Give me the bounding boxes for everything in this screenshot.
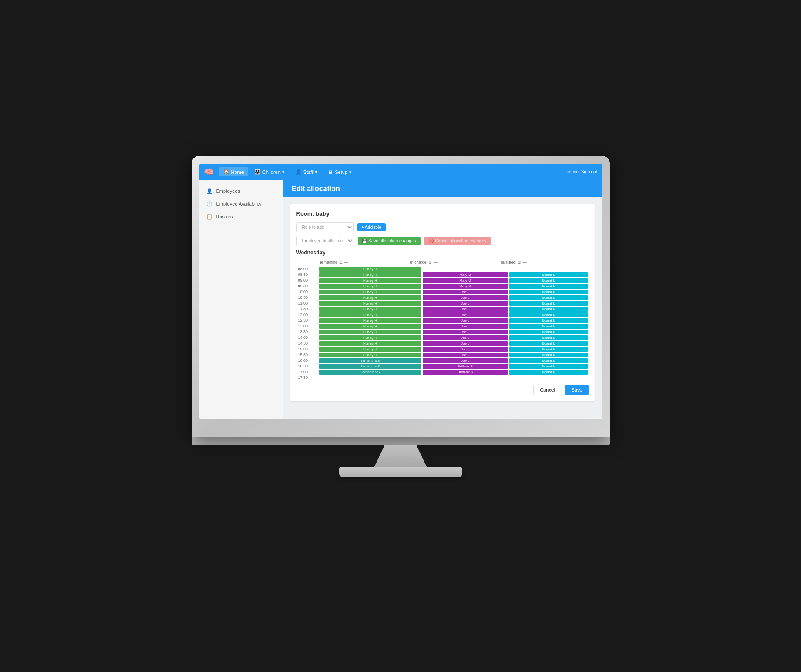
sidebar-item-employee-availability[interactable]: 🕐 Employee Availability <box>199 198 283 210</box>
schedule-cell: Noami N <box>509 335 589 341</box>
setup-dropdown-icon: ▾ <box>349 169 352 175</box>
time-cell: 10:00 <box>296 289 318 295</box>
role-to-add-select[interactable]: Role to add <box>296 222 354 232</box>
time-cell: 09:30 <box>296 283 318 289</box>
main-content: Edit allocation Room: baby Role to add <box>283 180 602 419</box>
schedule-cell: Hurley H <box>318 301 422 306</box>
sign-out-link[interactable]: Sign out <box>581 169 598 174</box>
navbar: 🧠 🏠 Home 👨‍👩‍👧 Children ▾ 👤 Sta <box>199 164 602 180</box>
schedule-cell: Noami N <box>509 312 589 318</box>
children-icon: 👨‍👩‍👧 <box>255 169 261 175</box>
allocation-card: Room: baby Role to add + Add role <box>290 204 595 401</box>
qualified-header: qualified (1) — <box>499 259 588 265</box>
schedule-cell: Joe J <box>422 341 509 346</box>
time-cell: 13:30 <box>296 329 318 335</box>
brand-icon: 🧠 <box>204 167 214 177</box>
schedule-cell: Mary M <box>422 278 509 283</box>
clock-icon: 🕐 <box>207 201 213 207</box>
schedule-cell: Joe J <box>422 295 509 301</box>
schedule-cell: Joe J <box>422 358 509 364</box>
time-column <box>296 259 318 266</box>
schedule-cell: Noami N <box>509 318 589 323</box>
add-role-button[interactable]: + Add role <box>357 223 386 231</box>
time-cell: 11:30 <box>296 306 318 312</box>
home-icon: 🏠 <box>223 169 229 175</box>
cancel-allocation-button[interactable]: 🚫 Cancel allocation changes <box>424 237 491 245</box>
schedule-cell: Brittany B <box>422 364 509 369</box>
schedule-cell: Noami N <box>509 306 589 312</box>
schedule-cell: Joe J <box>422 335 509 341</box>
schedule-cell: Samantha S <box>318 369 422 375</box>
nav-user-area: admin Sign out <box>567 169 598 174</box>
time-cell: 08:30 <box>296 272 318 278</box>
page-title: Edit allocation <box>292 185 340 192</box>
setup-icon: 🖥 <box>328 169 333 175</box>
app-container: 🧠 🏠 Home 👨‍👩‍👧 Children ▾ 👤 Sta <box>199 164 602 419</box>
schedule-cell: Samantha S <box>318 358 422 364</box>
schedule-cell: Hurley H <box>318 318 422 323</box>
sidebar-availability-label: Employee Availability <box>216 201 262 206</box>
schedule-cell: Brittany B <box>422 369 509 375</box>
day-label: Wednesday <box>296 250 589 256</box>
time-cell: 13:00 <box>296 323 318 329</box>
schedule-cell: Hurley H <box>318 335 422 341</box>
time-cell: 12:00 <box>296 312 318 318</box>
schedule-cell: Joe J <box>422 312 509 318</box>
schedule-cell: Noami N <box>509 295 589 301</box>
person-icon: 👤 <box>207 188 213 194</box>
time-cell: 14:30 <box>296 341 318 346</box>
children-dropdown-icon: ▾ <box>282 169 285 175</box>
schedule-cell: Noami N <box>509 283 589 289</box>
page-header: Edit allocation <box>283 180 602 197</box>
schedule-cell <box>422 375 509 380</box>
schedule-cell: Noami N <box>509 358 589 364</box>
save-allocation-button[interactable]: 💾 Save allocation changes <box>358 237 421 245</box>
time-cell: 17:00 <box>296 369 318 375</box>
qualified-col: qualified (1) — <box>499 259 588 266</box>
schedule-cell: Noami N <box>509 352 589 358</box>
controls-row-2: Employee to allocate 💾 Save allocation c… <box>296 236 589 246</box>
time-cell: 17:30 <box>296 375 318 380</box>
schedule-cell: Hurley H <box>318 283 422 289</box>
time-cell: 15:30 <box>296 352 318 358</box>
schedule-cell: Mary M <box>422 272 509 278</box>
schedule-cell: Noami N <box>509 301 589 306</box>
schedule-cell: Hurley H <box>318 352 422 358</box>
schedule-cell: Hurley H <box>318 266 422 272</box>
staff-icon: 👤 <box>295 169 302 175</box>
sidebar: 👤 Employees 🕐 Employee Availability 📋 Ro… <box>199 180 283 419</box>
schedule-cell: Joe J <box>422 301 509 306</box>
schedule-cell: Noami N <box>509 369 589 375</box>
sidebar-item-employees[interactable]: 👤 Employees <box>199 185 283 198</box>
monitor-outer: 🧠 🏠 Home 👨‍👩‍👧 Children ▾ 👤 Sta <box>192 156 610 477</box>
schedule-cell: Hurley H <box>318 289 422 295</box>
bottom-buttons: Cancel Save <box>296 385 589 395</box>
monitor: 🧠 🏠 Home 👨‍👩‍👧 Children ▾ 👤 Sta <box>159 156 643 517</box>
sidebar-rosters-label: Rosters <box>216 214 233 219</box>
schedule-cell: Noami N <box>509 364 589 369</box>
employee-to-allocate-select[interactable]: Employee to allocate <box>296 236 354 246</box>
nav-setup[interactable]: 🖥 Setup ▾ <box>324 167 356 176</box>
schedule-cell: Mary M <box>422 283 509 289</box>
schedule-cell: Joe J <box>422 306 509 312</box>
schedule-cell: Hurley H <box>318 323 422 329</box>
in-charge-header: in charge (1) — <box>409 259 498 265</box>
schedule-cell: Hurley H <box>318 329 422 335</box>
screen: 🧠 🏠 Home 👨‍👩‍👧 Children ▾ 👤 Sta <box>199 164 602 419</box>
save-button[interactable]: Save <box>565 385 588 395</box>
schedule-cell: Noami N <box>509 289 589 295</box>
schedule-grid: remaining (1) — in charge (1) — qualifie… <box>296 259 589 266</box>
cancel-button[interactable]: Cancel <box>533 385 561 395</box>
sidebar-employees-label: Employees <box>216 188 240 194</box>
nav-staff[interactable]: 👤 Staff ▾ <box>291 167 322 176</box>
sidebar-item-rosters[interactable]: 📋 Rosters <box>199 210 283 223</box>
in-charge-col: in charge (1) — <box>409 259 498 266</box>
schedule-cell: Hurley H <box>318 341 422 346</box>
nav-home[interactable]: 🏠 Home <box>219 167 248 176</box>
nav-children[interactable]: 👨‍👩‍👧 Children ▾ <box>250 167 289 176</box>
schedule-cell: Hurley H <box>318 346 422 352</box>
time-cell: 12:30 <box>296 318 318 323</box>
monitor-bezel: 🧠 🏠 Home 👨‍👩‍👧 Children ▾ 👤 Sta <box>192 156 610 437</box>
schedule-cell: Noami N <box>509 272 589 278</box>
schedule-cell: Joe J <box>422 323 509 329</box>
